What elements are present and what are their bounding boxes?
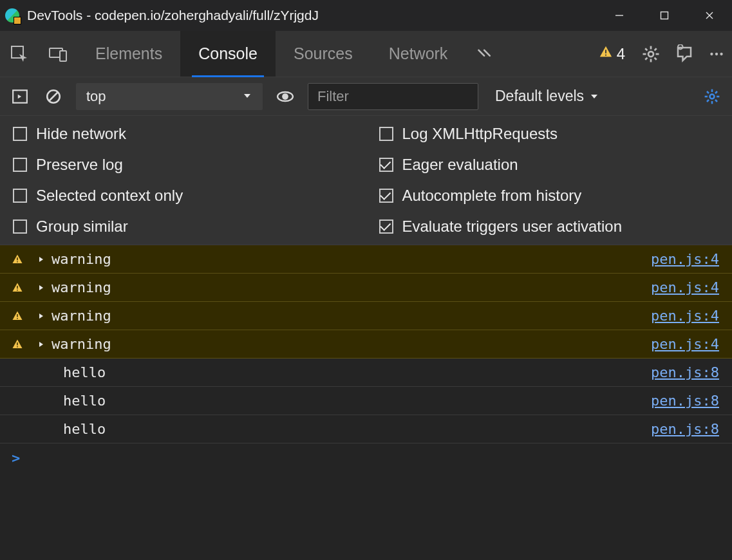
expand-caret-icon[interactable] [36,256,46,263]
level-value: Default levels [495,88,584,105]
device-toggle-icon[interactable] [39,31,77,77]
checkbox-label: Evaluate triggers user activation [402,218,623,236]
more-tabs-icon[interactable] [465,31,504,77]
checkbox-box [13,189,27,203]
svg-rect-39 [17,290,18,291]
log-message: warning [46,279,651,295]
checkbox-selected-context-only[interactable]: Selected context only [13,187,353,205]
source-link[interactable]: pen.js:8 [651,421,719,437]
log-row-warn[interactable]: warningpen.js:4 [0,274,732,302]
warning-icon [0,254,36,265]
warning-icon [0,339,36,350]
checkbox-box [13,158,27,172]
dropdown-icon [242,88,252,105]
checkbox-preserve-log[interactable]: Preserve log [13,156,353,174]
checkbox-box [13,127,27,141]
checkbox-eager-evaluation[interactable]: Eager evaluation [379,156,720,174]
log-row-log[interactable]: hellopen.js:8 [0,387,732,415]
checkbox-evaluate-triggers-user-activation[interactable]: Evaluate triggers user activation [379,218,720,236]
svg-rect-41 [17,318,18,319]
filter-placeholder: Filter [317,88,349,105]
tab-sources[interactable]: Sources [276,31,371,77]
checkbox-autocomplete-from-history[interactable]: Autocomplete from history [379,187,720,205]
svg-line-16 [645,57,647,59]
log-row-log[interactable]: hellopen.js:8 [0,359,732,387]
source-link[interactable]: pen.js:4 [651,308,719,324]
checkbox-group-similar[interactable]: Group similar [13,218,353,236]
tab-elements[interactable]: Elements [77,31,180,77]
window-title: DevTools - codepen.io/zoherghadyali/full… [27,8,319,23]
warning-icon [0,310,36,322]
svg-point-19 [710,52,713,55]
source-link[interactable]: pen.js:4 [651,336,719,352]
app-icon [5,8,19,23]
svg-rect-42 [17,342,18,346]
log-level-selector[interactable]: Default levels [490,88,605,105]
checkbox-box [379,189,393,203]
log-message: warning [46,251,651,267]
svg-line-33 [715,99,717,101]
expand-caret-icon[interactable] [36,284,46,292]
expand-caret-icon[interactable] [36,312,46,320]
log-row-warn[interactable]: warningpen.js:4 [0,302,732,330]
source-link[interactable]: pen.js:8 [651,364,719,380]
maximize-button[interactable] [642,0,687,31]
svg-line-32 [707,91,709,93]
source-link[interactable]: pen.js:4 [651,251,719,267]
svg-line-35 [715,91,717,93]
console-settings-icon[interactable] [701,86,723,107]
svg-rect-7 [605,50,606,53]
context-value: top [86,88,106,105]
svg-rect-43 [17,346,18,348]
checkbox-label: Log XMLHttpRequests [402,125,558,143]
svg-rect-6 [60,51,66,61]
log-row-warn[interactable]: warningpen.js:4 [0,245,732,274]
checkbox-label: Eager evaluation [402,156,518,174]
feedback-icon[interactable] [668,31,701,77]
clear-console-icon[interactable] [42,86,64,107]
checkbox-box [379,127,393,141]
svg-rect-38 [17,286,18,289]
console-prompt[interactable]: > [0,443,732,472]
tabstrip: Elements Console Sources Network 4 [0,31,732,77]
live-expression-icon[interactable] [274,86,296,107]
checkbox-log-xmlhttprequests[interactable]: Log XMLHttpRequests [379,125,720,143]
kebab-menu-icon[interactable] [701,31,732,77]
log-row-log[interactable]: hellopen.js:8 [0,415,732,443]
checkbox-box [13,219,27,234]
titlebar: DevTools - codepen.io/zoherghadyali/full… [0,0,732,31]
console-log-list: warningpen.js:4warningpen.js:4warningpen… [0,245,732,443]
source-link[interactable]: pen.js:8 [651,393,719,409]
tab-console[interactable]: Console [180,31,276,77]
inspect-icon[interactable] [0,31,39,77]
log-message: warning [46,308,651,324]
svg-line-17 [655,48,657,50]
minimize-button[interactable] [597,0,642,31]
svg-rect-1 [661,12,668,19]
filter-input[interactable]: Filter [308,83,478,110]
close-button[interactable] [687,0,732,31]
context-selector[interactable]: top [76,83,263,110]
expand-caret-icon[interactable] [36,341,46,348]
warning-count[interactable]: 4 [590,31,634,77]
console-toolbar: top Filter Default levels [0,77,732,116]
sidebar-toggle-icon[interactable] [9,86,31,107]
settings-gear-icon[interactable] [634,31,668,77]
checkbox-box [379,158,393,172]
source-link[interactable]: pen.js:4 [651,279,719,295]
checkbox-box [379,219,393,234]
svg-line-14 [645,48,647,50]
svg-point-21 [720,52,722,55]
warning-count-value: 4 [617,45,625,63]
svg-rect-36 [17,257,18,261]
prompt-caret: > [12,450,20,466]
checkbox-label: Selected context only [36,187,183,205]
log-message: hello [36,421,651,437]
svg-point-20 [715,52,718,55]
svg-rect-8 [605,54,606,55]
svg-line-15 [655,57,657,59]
log-row-warn[interactable]: warningpen.js:4 [0,330,732,359]
warning-icon [599,45,613,63]
tab-network[interactable]: Network [371,31,466,77]
checkbox-hide-network[interactable]: Hide network [13,125,353,143]
